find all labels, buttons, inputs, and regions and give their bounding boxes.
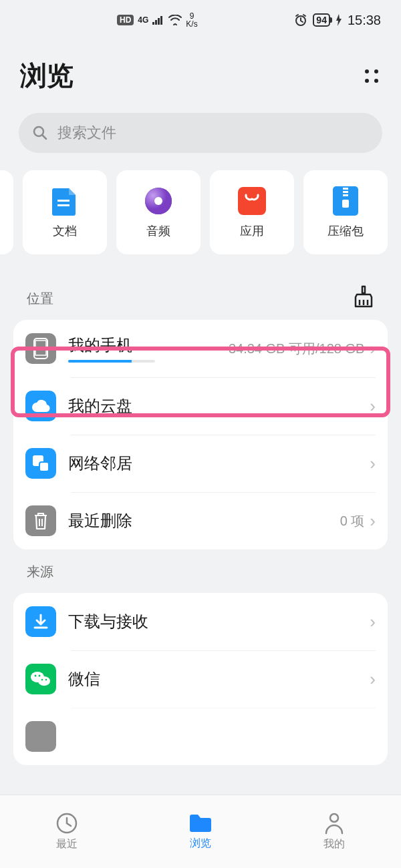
nav-mine[interactable]: 我的 xyxy=(267,795,401,868)
row-title: 我的云盘 xyxy=(68,395,370,417)
clock-time: 15:38 xyxy=(348,13,381,28)
source-list: 下载与接收 › 微信 › xyxy=(13,593,388,765)
row-title: 微信 xyxy=(68,668,370,690)
search-placeholder: 搜索文件 xyxy=(57,123,116,143)
svg-rect-17 xyxy=(342,200,349,208)
svg-rect-1 xyxy=(155,20,157,25)
audio-icon xyxy=(143,186,174,216)
more-menu-button[interactable] xyxy=(362,67,381,85)
svg-line-6 xyxy=(43,136,46,139)
row-cloud[interactable]: 我的云盘 › xyxy=(13,377,388,435)
cloud-icon xyxy=(25,391,56,421)
download-icon xyxy=(25,606,56,637)
trash-icon xyxy=(25,505,56,536)
folder-icon xyxy=(188,813,213,834)
chevron-right-icon: › xyxy=(370,511,376,531)
svg-rect-22 xyxy=(35,341,46,355)
nav-label: 浏览 xyxy=(190,837,211,851)
category-row[interactable]: 文档 音频 应用 压缩包 xyxy=(0,153,401,272)
svg-rect-3 xyxy=(160,16,162,25)
svg-rect-0 xyxy=(152,22,154,25)
hd-badge: HD xyxy=(117,15,134,25)
signal-icon xyxy=(152,15,164,25)
charging-icon xyxy=(336,14,342,26)
battery-indicator: 94 xyxy=(313,13,330,27)
chevron-right-icon: › xyxy=(370,612,376,632)
row-title: 下载与接收 xyxy=(68,611,370,632)
document-icon xyxy=(49,186,80,216)
category-tile-app[interactable]: 应用 xyxy=(210,170,294,254)
source-header: 来源 xyxy=(0,550,401,586)
svg-point-30 xyxy=(39,675,41,677)
category-label: 音频 xyxy=(146,223,170,239)
bottom-nav: 最近 浏览 我的 xyxy=(0,795,401,868)
network-icon xyxy=(25,448,56,479)
svg-rect-7 xyxy=(57,200,70,202)
svg-rect-14 xyxy=(343,188,348,190)
svg-point-32 xyxy=(45,679,47,681)
storage-bar xyxy=(68,360,155,363)
svg-rect-16 xyxy=(343,194,348,196)
section-title-source: 来源 xyxy=(27,563,53,581)
category-tile-zip[interactable]: 压缩包 xyxy=(303,170,388,254)
chevron-right-icon: › xyxy=(370,669,376,690)
app-icon xyxy=(237,186,267,216)
svg-point-28 xyxy=(38,676,50,686)
phone-icon xyxy=(25,333,56,364)
nav-label: 我的 xyxy=(323,837,345,851)
location-header: 位置 xyxy=(0,272,401,313)
location-list: 我的手机 34.34 GB 可用/128 GB › 我的云盘 › 网络邻居 › … xyxy=(13,320,388,550)
status-bar: HD 4G 9 K/s 94 15:38 xyxy=(0,0,401,40)
svg-rect-2 xyxy=(158,18,160,25)
app-generic-icon xyxy=(25,721,56,752)
category-tile-doc[interactable]: 文档 xyxy=(23,170,107,254)
category-tile-audio[interactable]: 音频 xyxy=(116,170,200,254)
net-speed: 9 K/s xyxy=(186,12,197,28)
status-left: HD 4G 9 K/s xyxy=(117,12,198,28)
category-tile-prev[interactable] xyxy=(0,170,13,254)
svg-point-34 xyxy=(330,814,338,822)
svg-rect-8 xyxy=(57,204,70,206)
net-speed-unit: K/s xyxy=(186,20,197,28)
row-more[interactable] xyxy=(13,708,388,765)
archive-icon xyxy=(330,186,361,216)
row-trash[interactable]: 最近删除 0 项 › xyxy=(13,492,388,550)
wifi-icon xyxy=(168,15,182,25)
alarm-icon xyxy=(294,13,307,27)
category-label: 文档 xyxy=(53,223,77,239)
header: 浏览 xyxy=(0,40,401,107)
nav-browse[interactable]: 浏览 xyxy=(134,795,267,868)
network-type: 4G xyxy=(138,15,148,25)
category-label: 压缩包 xyxy=(327,223,364,239)
nav-recent[interactable]: 最近 xyxy=(0,795,134,868)
section-title-location: 位置 xyxy=(27,290,53,308)
row-download[interactable]: 下载与接收 › xyxy=(13,593,388,650)
row-title: 最近删除 xyxy=(68,510,340,531)
row-my-phone[interactable]: 我的手机 34.34 GB 可用/128 GB › xyxy=(13,320,388,377)
svg-rect-12 xyxy=(238,187,266,215)
svg-point-5 xyxy=(34,127,43,136)
svg-rect-15 xyxy=(343,191,348,193)
chevron-right-icon: › xyxy=(370,339,376,359)
svg-point-11 xyxy=(154,197,162,205)
row-network[interactable]: 网络邻居 › xyxy=(13,435,388,492)
page-title: 浏览 xyxy=(20,57,74,94)
svg-point-31 xyxy=(41,679,43,681)
chevron-right-icon: › xyxy=(370,396,376,417)
cleanup-icon[interactable] xyxy=(353,285,374,308)
category-label: 应用 xyxy=(240,223,264,239)
status-right: 94 15:38 xyxy=(294,13,381,28)
search-input[interactable]: 搜索文件 xyxy=(19,113,382,153)
trash-count: 0 项 xyxy=(340,512,365,530)
row-title: 网络邻居 xyxy=(68,453,370,474)
wechat-icon xyxy=(25,664,56,694)
row-title: 我的手机 xyxy=(68,335,229,356)
person-icon xyxy=(323,812,345,835)
svg-point-29 xyxy=(35,675,37,677)
row-wechat[interactable]: 微信 › xyxy=(13,650,388,708)
chevron-right-icon: › xyxy=(370,453,376,474)
storage-meta: 34.34 GB 可用/128 GB xyxy=(229,340,364,358)
svg-rect-24 xyxy=(39,462,49,471)
search-icon xyxy=(32,125,48,141)
nav-label: 最近 xyxy=(56,837,78,851)
